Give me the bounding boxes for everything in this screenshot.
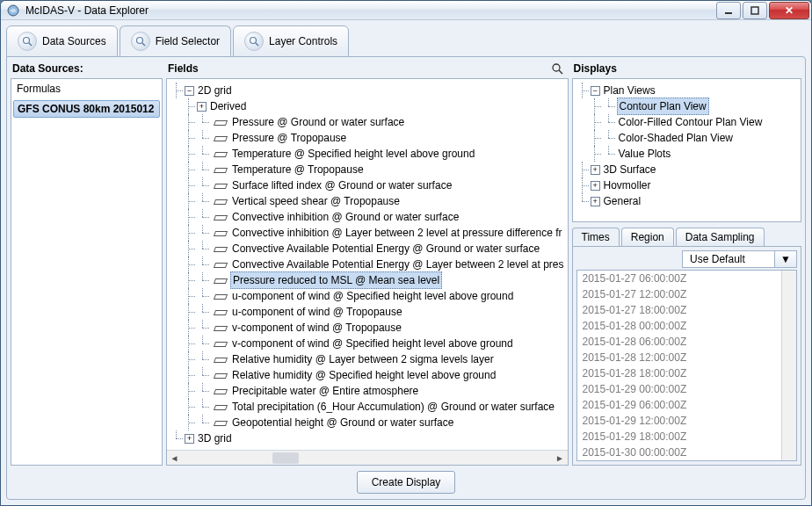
tab-label: Field Selector: [156, 35, 220, 47]
app-icon: [6, 4, 20, 18]
time-item[interactable]: 2015-01-28 12:00:00Z: [577, 350, 796, 365]
time-item[interactable]: 2015-01-29 06:00:00Z: [577, 397, 796, 413]
tab-layer-controls[interactable]: Layer Controls: [233, 25, 349, 57]
display-group-hovmoller[interactable]: Hovmoller: [602, 177, 653, 193]
scroll-thumb[interactable]: [272, 452, 299, 464]
field-icon: [214, 355, 227, 364]
svg-rect-1: [725, 12, 732, 14]
chevron-down-icon[interactable]: ▼: [774, 251, 796, 267]
maximize-button[interactable]: [743, 2, 767, 19]
fields-title: Fields: [168, 62, 199, 75]
expand-icon[interactable]: +: [591, 165, 600, 175]
data-source-item[interactable]: Formulas: [11, 79, 162, 98]
field-icon: [214, 149, 227, 158]
time-item[interactable]: 2015-01-28 06:00:00Z: [577, 334, 796, 350]
time-item[interactable]: 2015-01-27 12:00:00Z: [577, 286, 796, 302]
svg-line-10: [559, 70, 562, 74]
tab-times[interactable]: Times: [572, 228, 620, 246]
field-item[interactable]: v-component of wind @ Specified height l…: [230, 336, 515, 351]
svg-point-5: [136, 38, 142, 44]
displays-title: Displays: [572, 61, 801, 78]
tab-data-sources[interactable]: Data Sources: [6, 25, 118, 57]
tab-region[interactable]: Region: [621, 228, 674, 246]
field-item[interactable]: u-component of wind @ Specified height l…: [230, 288, 515, 304]
display-group-3d-surface[interactable]: 3D Surface: [602, 162, 658, 177]
field-item[interactable]: Temperature @ Specified height level abo…: [230, 146, 476, 162]
close-button[interactable]: ✕: [769, 2, 809, 19]
displays-tree[interactable]: −Plan ViewsContour Plan ViewColor-Filled…: [572, 78, 801, 222]
time-item[interactable]: 2015-01-28 18:00:00Z: [577, 365, 796, 381]
window-title: McIDAS-V - Data Explorer: [25, 4, 714, 17]
main-tabs: Data Sources Field Selector Layer Contro…: [6, 25, 806, 57]
tree-node-2d-grid[interactable]: 2D grid: [196, 83, 234, 98]
fields-tree[interactable]: −2D grid+DerivedPressure @ Ground or wat…: [166, 78, 569, 466]
display-item[interactable]: Contour Plan View: [617, 98, 709, 115]
vertical-scrollbar[interactable]: [781, 271, 796, 460]
titlebar[interactable]: McIDAS-V - Data Explorer ✕: [1, 1, 811, 19]
data-sources-column: Data Sources: FormulasGFS CONUS 80km 201…: [11, 61, 163, 466]
tab-field-selector[interactable]: Field Selector: [120, 25, 231, 57]
field-item[interactable]: Relative humidity @ Specified height lev…: [230, 367, 497, 383]
scroll-right-icon[interactable]: ►: [553, 451, 568, 466]
svg-rect-2: [751, 7, 758, 14]
horizontal-scrollbar[interactable]: ◄ ►: [167, 450, 568, 465]
tree-node-derived[interactable]: Derived: [208, 98, 248, 114]
svg-point-9: [553, 64, 560, 71]
display-item[interactable]: Color-Filled Contour Plan View: [617, 114, 765, 130]
field-item[interactable]: Precipitable water @ Entire atmosphere: [230, 383, 420, 399]
field-icon: [214, 323, 227, 332]
expand-icon[interactable]: +: [591, 197, 600, 206]
dropdown-value: Use Default: [683, 251, 774, 267]
times-dropdown[interactable]: Use Default ▼: [682, 250, 797, 268]
collapse-icon[interactable]: −: [591, 86, 600, 96]
field-item[interactable]: Convective inhibition @ Ground or water …: [230, 209, 460, 225]
field-item[interactable]: Vertical speed shear @ Tropopause: [230, 193, 402, 209]
time-item[interactable]: 2015-01-28 00:00:00Z: [577, 318, 796, 334]
time-item[interactable]: 2015-01-29 12:00:00Z: [577, 413, 796, 429]
create-display-button[interactable]: Create Display: [357, 471, 456, 494]
time-item[interactable]: 2015-01-29 00:00:00Z: [577, 381, 796, 397]
svg-line-4: [29, 43, 32, 46]
field-item[interactable]: v-component of wind @ Tropopause: [230, 320, 403, 336]
data-sources-list[interactable]: FormulasGFS CONUS 80km 2015012: [11, 78, 163, 466]
field-item[interactable]: Convective inhibition @ Layer between 2 …: [230, 225, 564, 241]
field-icon: [214, 134, 227, 142]
expand-icon[interactable]: +: [591, 181, 600, 191]
collapse-icon[interactable]: −: [185, 86, 194, 96]
field-item[interactable]: Pressure @ Tropopause: [230, 130, 348, 146]
scroll-left-icon[interactable]: ◄: [167, 451, 182, 466]
field-item[interactable]: Pressure @ Ground or water surface: [230, 114, 406, 130]
tab-label: Layer Controls: [269, 35, 337, 47]
field-item[interactable]: u-component of wind @ Tropopause: [230, 304, 404, 320]
minimize-button[interactable]: [716, 2, 741, 19]
field-icon: [214, 213, 227, 221]
display-item[interactable]: Color-Shaded Plan View: [617, 130, 736, 146]
time-item[interactable]: 2015-01-27 06:00:00Z: [577, 271, 796, 286]
field-item[interactable]: Geopotential height @ Ground or water su…: [230, 415, 455, 430]
field-item[interactable]: Convective Available Potential Energy @ …: [230, 241, 541, 257]
field-item[interactable]: Relative humidity @ Layer between 2 sigm…: [230, 351, 496, 367]
tab-data-sampling[interactable]: Data Sampling: [676, 228, 765, 246]
search-icon[interactable]: [551, 62, 567, 75]
times-list[interactable]: 2015-01-27 06:00:00Z2015-01-27 12:00:00Z…: [576, 270, 797, 461]
field-item[interactable]: Pressure reduced to MSL @ Mean sea level: [230, 271, 442, 289]
displays-column: Displays −Plan ViewsContour Plan ViewCol…: [572, 61, 801, 466]
display-group-plan-views[interactable]: Plan Views: [602, 83, 657, 98]
field-icon: [214, 339, 227, 348]
time-item[interactable]: 2015-01-29 18:00:00Z: [577, 429, 796, 445]
field-item[interactable]: Temperature @ Tropopause: [230, 162, 366, 177]
expand-icon[interactable]: +: [197, 102, 207, 112]
data-source-item[interactable]: GFS CONUS 80km 2015012: [13, 100, 160, 118]
display-item[interactable]: Value Plots: [617, 146, 673, 162]
display-group-general[interactable]: General: [602, 193, 643, 209]
field-item[interactable]: Convective Available Potential Energy @ …: [230, 257, 566, 272]
time-item[interactable]: 2015-01-30 00:00:00Z: [577, 445, 796, 460]
field-item[interactable]: Total precipitation (6_Hour Accumulation…: [230, 399, 556, 415]
magnifier-icon: [18, 32, 37, 51]
expand-icon[interactable]: +: [185, 434, 194, 444]
tree-node-3d-grid[interactable]: 3D grid: [196, 430, 234, 446]
time-item[interactable]: 2015-01-27 18:00:00Z: [577, 302, 796, 318]
field-icon: [214, 307, 227, 316]
field-item[interactable]: Surface lifted index @ Ground or water s…: [230, 177, 453, 193]
fields-header: Fields: [166, 61, 569, 78]
